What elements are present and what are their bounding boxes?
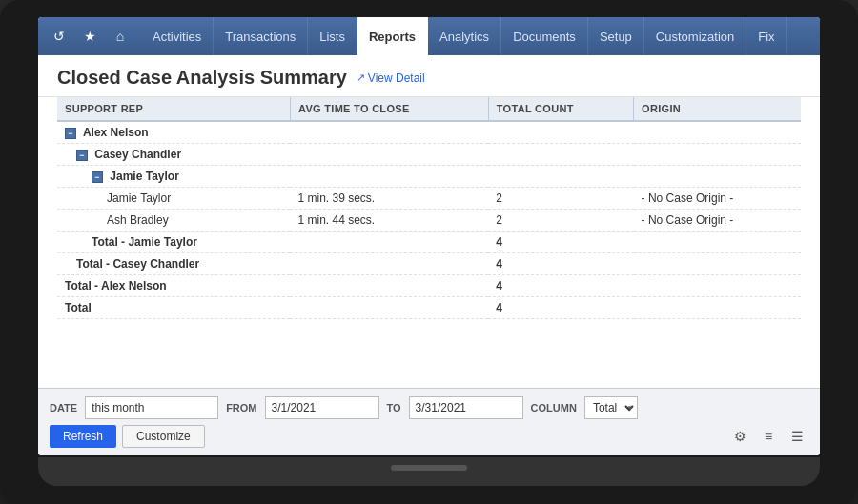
settings-tool-icon[interactable]: ⚙ [728,427,751,446]
row-total-count: 4 [488,232,633,253]
nav-menu: Activities Transactions Lists Reports An… [141,17,787,55]
table-row: Jamie Taylor 1 min. 39 secs. 2 - No Case… [57,188,801,210]
nav-fix[interactable]: Fix [746,17,786,55]
table-area: SUPPORT REP AVG TIME TO CLOSE TOTAL COUN… [38,97,820,388]
row-total-count: 4 [488,297,633,319]
row-total-count: 4 [488,253,633,275]
col-avg-time: AVG TIME TO CLOSE [290,97,488,121]
row-name: Total [57,297,290,319]
nav-icons: ↺ ★ ⌂ [46,23,133,50]
page-header: Closed Case Analysis Summary ↗ View Deta… [38,55,820,97]
top-nav: ↺ ★ ⌂ Activities Transactions Lists Repo… [38,17,820,55]
view-detail-link[interactable]: ↗ View Detail [357,71,425,85]
column-select-wrapper: Total [584,396,638,419]
star-icon[interactable]: ★ [76,23,103,50]
row-name: Total - Alex Nelson [57,275,290,297]
row-total-count: 4 [488,275,633,297]
tool-icons: ⚙ ≡ ☰ [728,427,808,446]
row-total-count: 2 [488,210,633,232]
report-table: SUPPORT REP AVG TIME TO CLOSE TOTAL COUN… [57,97,801,319]
table-row: − Casey Chandler [57,144,801,166]
column-select[interactable]: Total [584,396,638,419]
nav-documents[interactable]: Documents [501,17,588,55]
row-origin: - No Case Origin - [634,210,801,232]
nav-lists[interactable]: Lists [308,17,358,55]
col-origin: ORIGIN [634,97,801,121]
nav-reports[interactable]: Reports [358,17,428,55]
table-row: − Alex Nelson [57,121,801,144]
list-tool-icon[interactable]: ☰ [786,427,808,446]
filter-tool-icon[interactable]: ≡ [757,427,780,446]
row-name: Jamie Taylor [57,188,290,210]
action-row: Refresh Customize ⚙ ≡ ☰ [50,425,808,448]
nav-customization[interactable]: Customization [644,17,746,55]
nav-transactions[interactable]: Transactions [214,17,308,55]
home-icon[interactable]: ⌂ [107,23,133,50]
filter-row: DATE FROM TO COLUMN Total [50,396,808,419]
row-avg-time: 1 min. 44 secs. [290,210,488,232]
view-detail-label: View Detail [368,71,425,85]
from-label: FROM [226,402,256,413]
row-name: − Casey Chandler [57,144,290,166]
expand-icon[interactable]: − [65,128,76,139]
refresh-button[interactable]: Refresh [50,425,116,448]
table-row: Ash Bradley 1 min. 44 secs. 2 - No Case … [57,210,801,232]
row-origin: - No Case Origin - [634,188,801,210]
to-label: TO [387,402,401,413]
laptop-screen: ↺ ★ ⌂ Activities Transactions Lists Repo… [38,17,820,455]
customize-button[interactable]: Customize [122,425,205,448]
bottom-bar: DATE FROM TO COLUMN Total Refresh [38,388,820,455]
table-header-row: SUPPORT REP AVG TIME TO CLOSE TOTAL COUN… [57,97,801,121]
content-area: Closed Case Analysis Summary ↗ View Deta… [38,55,820,455]
row-name: Total - Jamie Taylor [57,232,290,253]
row-avg-time: 1 min. 39 secs. [290,188,488,210]
to-date-input[interactable] [409,396,523,419]
row-total-count: 2 [488,188,633,210]
nav-setup[interactable]: Setup [588,17,644,55]
from-date-input[interactable] [265,396,379,419]
back-icon[interactable]: ↺ [46,23,72,50]
column-label: COLUMN [531,402,577,413]
table-row: Total - Alex Nelson 4 [57,275,801,297]
nav-activities[interactable]: Activities [141,17,214,55]
row-name: − Alex Nelson [57,121,290,144]
expand-icon[interactable]: − [92,171,103,183]
table-row: − Jamie Taylor [57,166,801,188]
view-detail-icon: ↗ [357,71,365,84]
page-title: Closed Case Analysis Summary [57,67,347,89]
row-name: Total - Casey Chandler [57,253,290,275]
table-row-grand-total: Total 4 [57,297,801,319]
col-total-count: TOTAL COUNT [488,97,633,121]
col-support-rep: SUPPORT REP [57,97,290,121]
row-name: − Jamie Taylor [57,166,290,188]
laptop-base [38,457,820,486]
date-label: DATE [50,402,77,413]
laptop-frame: ↺ ★ ⌂ Activities Transactions Lists Repo… [0,0,858,504]
table-row: Total - Casey Chandler 4 [57,253,801,275]
action-buttons: Refresh Customize [50,425,205,448]
nav-analytics[interactable]: Analytics [428,17,501,55]
row-name: Ash Bradley [57,210,290,232]
table-row: Total - Jamie Taylor 4 [57,232,801,253]
date-input[interactable] [85,396,218,419]
expand-icon[interactable]: − [76,150,88,161]
